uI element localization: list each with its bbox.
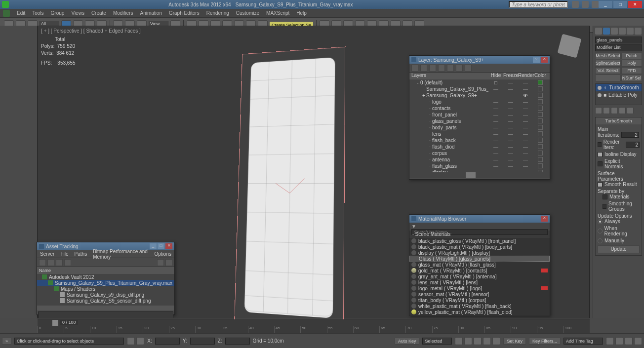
asset-menu-server[interactable]: Server [40, 251, 54, 257]
menu-maxscript[interactable]: MAXScript [266, 10, 289, 16]
isoline-check[interactable] [598, 152, 603, 157]
vol-select-btn[interactable]: Vol. Select [595, 67, 621, 74]
layers-scrollbar[interactable] [409, 172, 550, 178]
show-end-result-button[interactable] [603, 107, 610, 114]
smooth-result-check[interactable] [598, 182, 603, 187]
orbit-view-button[interactable] [625, 337, 633, 345]
menu-animation[interactable]: Animation [140, 10, 161, 16]
material-list[interactable]: black_plastic_gloss ( VRayMtl ) [front_p… [409, 238, 550, 315]
menu-group[interactable]: Group [51, 10, 65, 16]
menu-modifiers[interactable]: Modifiers [113, 10, 133, 16]
viewcube[interactable] [558, 34, 582, 58]
asset-max-button[interactable]: □ [158, 243, 164, 249]
star-icon[interactable] [582, 1, 589, 8]
layers-close-button[interactable]: ✕ [541, 57, 548, 63]
poly-select-btn[interactable]: Poly Select [621, 60, 642, 67]
remove-modifier-button[interactable] [619, 107, 626, 114]
always-radio[interactable] [598, 219, 603, 224]
layers-col-color[interactable]: Color [533, 73, 548, 79]
motion-tab[interactable] [619, 28, 626, 35]
layer-row[interactable]: ⋅flash_diod——— [409, 144, 550, 150]
nsurf-sel-btn[interactable]: NSurf Sel [621, 75, 642, 81]
asset-tb2[interactable] [47, 259, 54, 266]
isolate-button[interactable] [136, 337, 144, 345]
iterations-spinner[interactable]: 2 [621, 132, 639, 138]
add-to-layer-button[interactable] [429, 65, 436, 72]
menu-customize[interactable]: Customize [236, 10, 259, 16]
layer-row[interactable]: ⋅body_parts——— [409, 124, 550, 131]
layer-row[interactable]: ⋅front_panel——— [409, 112, 550, 118]
manually-radio[interactable] [598, 238, 603, 243]
explicit-check[interactable] [598, 161, 603, 166]
time-slider-knob[interactable] [52, 320, 58, 326]
layer-row[interactable]: ⋅lens——— [409, 131, 550, 137]
create-tab[interactable] [595, 28, 602, 35]
select-layer-button[interactable] [438, 65, 445, 72]
asset-row[interactable]: Autodesk Vault 2012 [37, 274, 174, 280]
material-row[interactable]: sensor_mat ( VRayMtl ) [sensor] [409, 291, 550, 297]
hide-unhide-button[interactable] [456, 65, 463, 72]
layers-col-name[interactable]: Layers [411, 73, 488, 79]
info-icon[interactable] [592, 1, 599, 8]
add-time-tag[interactable]: Add Time Tag [564, 338, 603, 345]
asset-menu-paths[interactable]: Paths [75, 251, 87, 257]
patch-select-btn[interactable]: Patch Select [621, 52, 642, 59]
prev-frame-button[interactable] [464, 337, 472, 345]
menu-tools[interactable]: Tools [32, 10, 43, 16]
asset-header-name[interactable]: Name [37, 267, 174, 274]
layers-col-hide[interactable]: Hide [488, 73, 503, 79]
maximize-viewport-button[interactable] [634, 337, 642, 345]
menu-create[interactable]: Create [91, 10, 106, 16]
blank-btn[interactable] [595, 75, 621, 81]
mesh-select-btn[interactable]: Mesh Select [595, 52, 621, 59]
render-iters-check[interactable] [598, 142, 602, 147]
zoom-view-button[interactable] [615, 337, 623, 345]
asset-row[interactable]: Samsung_Galaxy_s9_disp_diff.png [37, 292, 174, 298]
asset-menu-bitmap[interactable]: Bitmap Performance and Memory [93, 249, 148, 260]
material-row[interactable]: black_plastic_gloss ( VRayMtl ) [front_p… [409, 238, 550, 244]
key-filter-dropdown[interactable]: Selected [422, 338, 452, 345]
goto-end-button[interactable] [492, 337, 500, 345]
layer-row[interactable]: ⋅glass_panels——— [409, 118, 550, 124]
pan-view-button[interactable] [606, 337, 614, 345]
asset-min-button[interactable]: _ [150, 243, 157, 249]
utilities-tab[interactable] [635, 28, 642, 35]
layer-row[interactable]: ⋅logo——— [409, 99, 550, 105]
menu-rendering[interactable]: Rendering [206, 10, 229, 16]
lock-selection-button[interactable] [127, 337, 135, 345]
modifier-stack[interactable]: ♀TurboSmooth ■Editable Poly [595, 83, 642, 105]
layer-row[interactable]: ⋅corpus——— [409, 150, 550, 156]
material-row[interactable]: logo_metal ( VRayMtl ) [logo] [409, 285, 550, 291]
asset-row[interactable]: Samsung_Galaxy_S9_Plus_Titanium_Gray_vra… [37, 280, 174, 286]
new-layer-button[interactable] [411, 65, 418, 72]
modifier-list-dropdown[interactable]: Modifier List [595, 44, 642, 51]
asset-tb1[interactable] [39, 259, 46, 266]
material-row[interactable]: glass_mat ( VRayMtl ) [flash_glass] [409, 262, 550, 268]
help-search-input[interactable] [509, 1, 568, 8]
asset-tb3[interactable] [56, 259, 63, 266]
phone-model[interactable] [234, 46, 345, 330]
minimize-button[interactable]: _ [599, 1, 612, 8]
material-row[interactable]: lens_mat ( VRayMtl ) [lens] [409, 279, 550, 285]
asset-row[interactable]: Maps / Shaders [37, 286, 174, 292]
hierarchy-tab[interactable] [611, 28, 618, 35]
asset-tb6[interactable] [165, 259, 172, 266]
asset-close-button[interactable]: ✕ [165, 243, 172, 249]
play-button[interactable] [474, 337, 482, 345]
layers-col-freeze[interactable]: Freeze [503, 73, 518, 79]
key-filters-button[interactable]: Key Filters... [529, 338, 561, 345]
modifier-turbosmooth[interactable]: ♀TurboSmooth [596, 84, 642, 91]
setkey-button[interactable]: Set Key [503, 338, 526, 345]
next-frame-button[interactable] [483, 337, 491, 345]
layer-row[interactable]: ⋅antenna——— [409, 156, 550, 163]
layer-row[interactable]: ⋅flash_back——— [409, 137, 550, 144]
material-close-button[interactable]: ✕ [541, 216, 548, 222]
smoothing-groups-check[interactable] [603, 204, 606, 209]
layer-row[interactable]: ⋅Samsung_Galaxy_S9_Plus_Titanium_Gray_..… [409, 86, 550, 92]
asset-menu-options[interactable]: Options [155, 251, 171, 257]
delete-layer-button[interactable] [420, 65, 427, 72]
menu-help[interactable]: Help [296, 10, 307, 16]
asset-tb5[interactable] [157, 259, 164, 266]
help-icon[interactable] [572, 1, 579, 8]
layers-list[interactable]: -0 (default)□——⋅Samsung_Galaxy_S9_Plus_T… [409, 79, 550, 172]
